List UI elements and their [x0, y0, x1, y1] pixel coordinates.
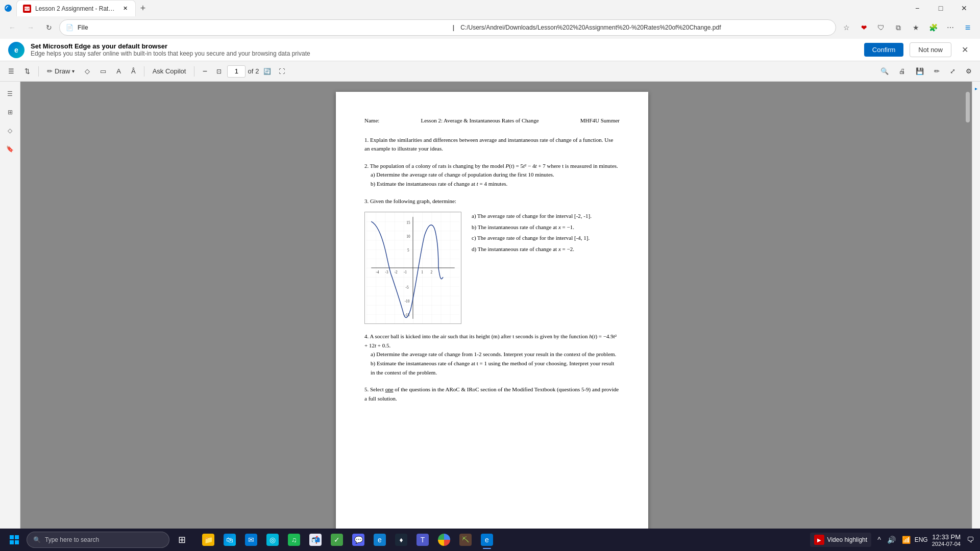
extensions-icon[interactable]: 🧩 — [925, 19, 941, 36]
back-button[interactable]: ← — [4, 19, 20, 36]
erase-tool-button[interactable]: ◇ — [81, 64, 94, 79]
side-nav-3[interactable]: ◇ — [2, 122, 18, 139]
taskbar-app-chrome[interactable] — [434, 530, 454, 550]
edge-logo-icon: e — [8, 42, 24, 58]
network-icon[interactable]: 📶 — [900, 534, 913, 546]
toolbar-layout-button[interactable]: ⇅ — [20, 64, 34, 79]
search-pdf-button[interactable]: 🔍 — [876, 64, 893, 79]
expand-button[interactable]: ⤢ — [946, 64, 960, 79]
svg-rect-22 — [15, 540, 19, 544]
fullscreen-button[interactable]: ⛶ — [276, 65, 288, 78]
taskbar-clock[interactable]: 12:33 PM 2024-07-04 — [932, 533, 961, 547]
q3b-text: b) The instantaneous rate of change at x… — [472, 223, 592, 232]
taskbar-app-edge3[interactable]: e — [477, 530, 497, 550]
close-button[interactable]: ✕ — [952, 0, 976, 16]
address-box[interactable]: 📄 File | C:/Users/Andrei/Downloads/Lesso… — [59, 19, 836, 36]
lang-label[interactable]: ENG — [915, 536, 928, 543]
task-view-button[interactable]: ⊞ — [172, 530, 192, 550]
q4b-text: b) Estimate the instantaneous rate of ch… — [371, 359, 620, 377]
browser-essentials-icon[interactable]: 🛡 — [873, 19, 889, 36]
zoom-in-button[interactable]: 🔄 — [261, 65, 274, 78]
taskbar-app-mail[interactable]: ✉ — [241, 530, 261, 550]
refresh-button[interactable]: ↻ — [41, 19, 57, 36]
new-tab-button[interactable]: + — [136, 1, 150, 15]
pdf-content: Name: Lesson 2: Average & Instantaneous … — [364, 116, 620, 403]
minimize-button[interactable]: − — [905, 0, 929, 16]
pdf-viewer[interactable]: Name: Lesson 2: Average & Instantaneous … — [20, 82, 964, 551]
question-4: 4. A soccer ball is kicked into the air … — [364, 332, 620, 377]
taskbar-app-edge2[interactable]: e — [370, 530, 390, 550]
maximize-button[interactable]: □ — [929, 0, 952, 16]
active-indicator — [483, 548, 491, 549]
svg-text:PDF: PDF — [24, 7, 30, 10]
bing-icon[interactable]: ❤ — [855, 19, 872, 36]
q4a-text: a) Determine the average rate of change … — [371, 350, 620, 359]
tab-close-btn[interactable]: ✕ — [121, 5, 129, 13]
notification-title: Set Microsoft Edge as your default brows… — [31, 42, 858, 50]
settings-button[interactable]: ⚙ — [962, 64, 976, 79]
save-button[interactable]: 💾 — [912, 64, 928, 79]
ask-copilot-button[interactable]: Ask Copilot — [149, 64, 190, 79]
accessibility-button[interactable]: Â — [127, 64, 140, 79]
svg-text:-3: -3 — [385, 270, 388, 274]
q2-intro: 2. The population of a colony of rats is… — [364, 162, 620, 171]
taskbar-app-check[interactable]: ✓ — [327, 530, 347, 550]
graph-container: -4 -3 -2 -1 1 2 15 10 5 -5 -10 -15 — [364, 212, 620, 324]
minecraft-icon: ⛏ — [459, 534, 472, 546]
taskbar-app-file-explorer[interactable]: 📁 — [198, 530, 218, 550]
taskbar-search[interactable]: 🔍 Type here to search — [27, 532, 169, 548]
taskbar-app-store[interactable]: 🛍 — [219, 530, 240, 550]
window-controls: − □ ✕ — [905, 0, 976, 16]
svg-text:5: 5 — [407, 248, 409, 253]
active-tab[interactable]: PDF Lesson 2 Assignment - Rates of C ✕ — [16, 0, 136, 16]
edge-panel-icon[interactable]: ≡ — [960, 19, 976, 36]
video-highlight-button[interactable]: ▶ Video highlight — [810, 533, 872, 547]
confirm-button[interactable]: Confirm — [864, 43, 904, 57]
pencil-icon: ✏ — [47, 67, 53, 75]
taskbar-app-mail2[interactable]: 📬 — [305, 530, 326, 550]
notification-center-icon[interactable]: 🗨 — [965, 534, 976, 546]
not-now-button[interactable]: Not now — [910, 42, 951, 57]
text-tool-button[interactable]: A — [112, 64, 125, 79]
zoom-out-button[interactable]: − — [199, 65, 211, 78]
edge-panel-toggle[interactable]: ▸ — [975, 86, 977, 91]
collections-icon[interactable]: ★ — [908, 19, 924, 36]
svg-rect-19 — [10, 535, 14, 539]
notification-text: Set Microsoft Edge as your default brows… — [31, 42, 858, 57]
edge-side-panel[interactable]: ▸ — [972, 82, 980, 551]
taskbar-app-teams[interactable]: T — [412, 530, 433, 550]
q3a-text: a) The average rate of change for the in… — [472, 212, 592, 221]
split-screen-icon[interactable]: ⧉ — [890, 19, 906, 36]
chevron-up-icon[interactable]: ^ — [875, 534, 883, 546]
clock-date: 2024-07-04 — [932, 541, 961, 547]
page-number-input[interactable] — [227, 65, 246, 78]
favorites-icon[interactable]: ☆ — [838, 19, 854, 36]
svg-text:-2: -2 — [395, 270, 398, 274]
taskbar-app-spotify[interactable]: ♫ — [284, 530, 304, 550]
forward-button[interactable]: → — [22, 19, 39, 36]
taskbar-app-minecraft[interactable]: ⛏ — [455, 530, 476, 550]
edge2-icon: e — [374, 534, 386, 546]
taskbar-app-steam[interactable]: ♦ — [391, 530, 411, 550]
side-nav-1[interactable]: ☰ — [2, 86, 18, 102]
more-actions-icon[interactable]: ⋯ — [942, 19, 959, 36]
tab-bar: PDF Lesson 2 Assignment - Rates of C ✕ + — [16, 0, 901, 16]
side-nav-4[interactable]: 🔖 — [2, 141, 18, 157]
svg-text:10: 10 — [406, 235, 410, 239]
toolbar-menu-button[interactable]: ☰ — [4, 64, 18, 79]
volume-icon[interactable]: 🔊 — [885, 534, 898, 546]
draw-tool-button[interactable]: ✏ Draw ▾ — [43, 64, 79, 79]
print-button[interactable]: 🖨 — [895, 64, 910, 79]
left-panel: ☰ ⊞ ◇ 🔖 — [0, 82, 20, 551]
highlight-tool-button[interactable]: ▭ — [96, 64, 110, 79]
notification-close-button[interactable]: ✕ — [958, 43, 972, 57]
side-nav-2[interactable]: ⊞ — [2, 104, 18, 120]
annotate-button[interactable]: ✏ — [930, 64, 944, 79]
fit-page-button[interactable]: ⊡ — [213, 65, 225, 78]
q1-text: 1. Explain the similarities and differen… — [364, 136, 620, 154]
store-icon: 🛍 — [224, 534, 236, 546]
start-button[interactable] — [4, 530, 24, 550]
scrollbar-thumb[interactable] — [966, 92, 970, 122]
taskbar-app-unknown1[interactable]: ◎ — [262, 530, 283, 550]
taskbar-app-discord[interactable]: 💬 — [348, 530, 369, 550]
